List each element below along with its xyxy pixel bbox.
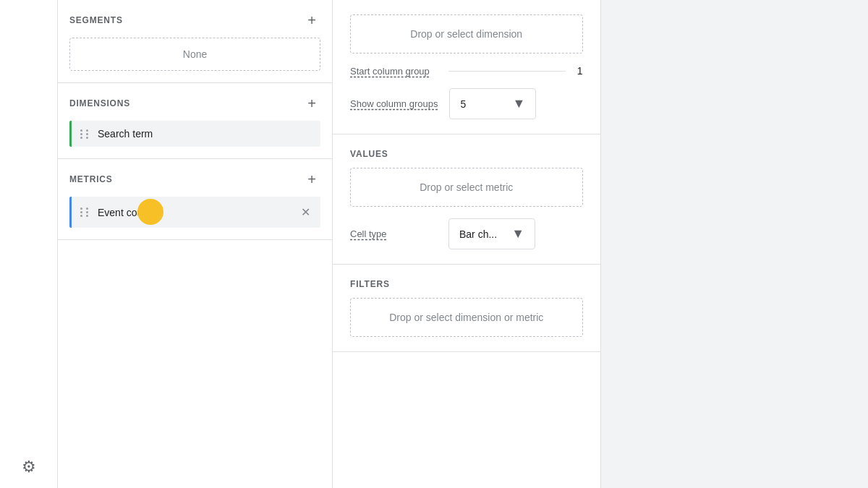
- cell-type-label: Cell type: [350, 228, 437, 239]
- drop-dimension-zone[interactable]: Drop or select dimension: [350, 14, 583, 53]
- sidebar-strip: ⚙: [0, 0, 58, 488]
- dimension-config-section: Drop or select dimension Start column gr…: [333, 0, 600, 134]
- drag-handle-icon: [80, 129, 90, 139]
- values-title: VALUES: [350, 149, 583, 159]
- segments-section: SEGMENTS + None: [58, 0, 332, 83]
- preview-panel: [601, 0, 869, 488]
- divider: [448, 71, 566, 72]
- cell-type-dropdown[interactable]: Bar ch... ▼: [448, 218, 535, 249]
- filters-title: FILTERS: [350, 279, 583, 289]
- drag-handle-icon: [80, 207, 90, 217]
- chevron-down-icon: ▼: [513, 96, 526, 111]
- show-column-groups-dropdown[interactable]: 5 ▼: [449, 88, 536, 119]
- cell-type-value: Bar ch...: [459, 228, 497, 240]
- settings-icon[interactable]: ⚙: [22, 458, 36, 476]
- segments-title: SEGMENTS: [69, 15, 123, 25]
- cell-type-row: Cell type Bar ch... ▼: [350, 218, 583, 249]
- metric-label: Event count: [98, 207, 292, 218]
- filters-config-section: FILTERS Drop or select dimension or metr…: [333, 265, 600, 352]
- dimensions-header: DIMENSIONS +: [69, 95, 320, 112]
- drop-filter-zone[interactable]: Drop or select dimension or metric: [350, 298, 583, 337]
- drop-metric-zone[interactable]: Drop or select metric: [350, 168, 583, 207]
- start-column-group-value: 1: [577, 65, 583, 77]
- segments-none-pill[interactable]: None: [69, 38, 320, 71]
- chevron-down-icon: ▼: [511, 226, 524, 241]
- start-column-group-label: Start column group: [350, 66, 437, 77]
- start-column-group-row: Start column group 1: [350, 65, 583, 77]
- left-panel: SEGMENTS + None DIMENSIONS + Search term…: [58, 0, 333, 488]
- metrics-title: METRICS: [69, 174, 113, 184]
- add-metric-button[interactable]: +: [303, 171, 320, 188]
- segments-header: SEGMENTS +: [69, 12, 320, 29]
- show-column-groups-row: Show column groups 5 ▼: [350, 88, 583, 119]
- metrics-header: METRICS +: [69, 171, 320, 188]
- metrics-section: METRICS + Event count ✕: [58, 159, 332, 240]
- dimension-item[interactable]: Search term: [69, 121, 320, 147]
- show-column-groups-label: Show column groups: [350, 98, 438, 109]
- remove-metric-button[interactable]: ✕: [299, 204, 312, 221]
- metric-item[interactable]: Event count ✕: [69, 197, 320, 228]
- dimension-label: Search term: [98, 128, 312, 140]
- values-config-section: VALUES Drop or select metric Cell type B…: [333, 134, 600, 265]
- avatar: [137, 199, 163, 225]
- dimensions-section: DIMENSIONS + Search term: [58, 83, 332, 159]
- add-segment-button[interactable]: +: [303, 12, 320, 29]
- show-column-groups-value: 5: [460, 98, 466, 110]
- config-panel: Drop or select dimension Start column gr…: [333, 0, 601, 488]
- add-dimension-button[interactable]: +: [303, 95, 320, 112]
- dimensions-title: DIMENSIONS: [69, 98, 130, 108]
